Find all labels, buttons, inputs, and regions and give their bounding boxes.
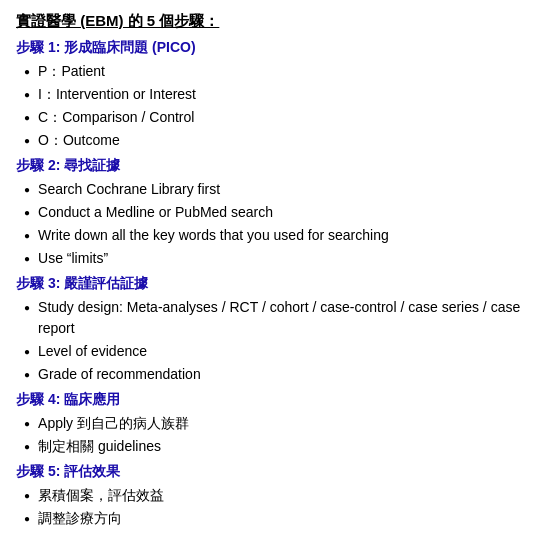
main-container: 實證醫學 (EBM) 的 5 個步驟： 步驟 1: 形成臨床問題 (PICO)P… bbox=[16, 12, 544, 529]
step-section-2: 步驟 2: 尋找証據Search Cochrane Library firstC… bbox=[16, 157, 544, 269]
list-item: C：Comparison / Control bbox=[24, 107, 544, 128]
list-item: Conduct a Medline or PubMed search bbox=[24, 202, 544, 223]
list-item: Apply 到自己的病人族群 bbox=[24, 413, 544, 434]
list-item: 累積個案，評估效益 bbox=[24, 485, 544, 506]
step-list-2: Search Cochrane Library firstConduct a M… bbox=[16, 179, 544, 269]
step-section-3: 步驟 3: 嚴謹評估証據Study design: Meta-analyses … bbox=[16, 275, 544, 385]
step-section-4: 步驟 4: 臨床應用Apply 到自己的病人族群制定相關 guidelines bbox=[16, 391, 544, 457]
step-list-5: 累積個案，評估效益調整診療方向 bbox=[16, 485, 544, 529]
list-item: Write down all the key words that you us… bbox=[24, 225, 544, 246]
list-item: Grade of recommendation bbox=[24, 364, 544, 385]
step-list-3: Study design: Meta-analyses / RCT / coho… bbox=[16, 297, 544, 385]
list-item: Level of evidence bbox=[24, 341, 544, 362]
list-item: O：Outcome bbox=[24, 130, 544, 151]
list-item: Search Cochrane Library first bbox=[24, 179, 544, 200]
step-list-4: Apply 到自己的病人族群制定相關 guidelines bbox=[16, 413, 544, 457]
list-item: 制定相關 guidelines bbox=[24, 436, 544, 457]
step-header-2: 步驟 2: 尋找証據 bbox=[16, 157, 544, 175]
step-header-5: 步驟 5: 評估效果 bbox=[16, 463, 544, 481]
list-item: I：Intervention or Interest bbox=[24, 84, 544, 105]
step-section-5: 步驟 5: 評估效果累積個案，評估效益調整診療方向 bbox=[16, 463, 544, 529]
step-section-1: 步驟 1: 形成臨床問題 (PICO)P：PatientI：Interventi… bbox=[16, 39, 544, 151]
step-list-1: P：PatientI：Intervention or InterestC：Com… bbox=[16, 61, 544, 151]
list-item: Study design: Meta-analyses / RCT / coho… bbox=[24, 297, 544, 339]
page-title: 實證醫學 (EBM) 的 5 個步驟： bbox=[16, 12, 544, 31]
steps-container: 步驟 1: 形成臨床問題 (PICO)P：PatientI：Interventi… bbox=[16, 39, 544, 529]
step-header-4: 步驟 4: 臨床應用 bbox=[16, 391, 544, 409]
step-header-3: 步驟 3: 嚴謹評估証據 bbox=[16, 275, 544, 293]
step-header-1: 步驟 1: 形成臨床問題 (PICO) bbox=[16, 39, 544, 57]
list-item: P：Patient bbox=[24, 61, 544, 82]
list-item: 調整診療方向 bbox=[24, 508, 544, 529]
list-item: Use “limits” bbox=[24, 248, 544, 269]
